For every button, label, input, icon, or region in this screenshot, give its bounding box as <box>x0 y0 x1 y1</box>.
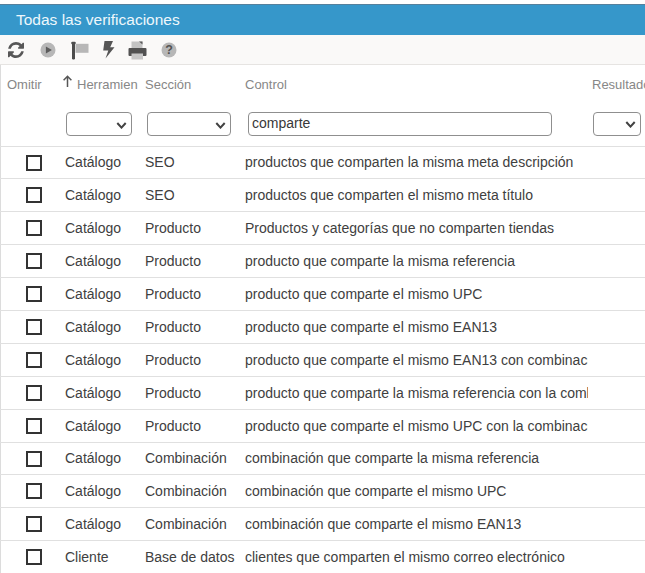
svg-text:?: ? <box>165 43 173 57</box>
